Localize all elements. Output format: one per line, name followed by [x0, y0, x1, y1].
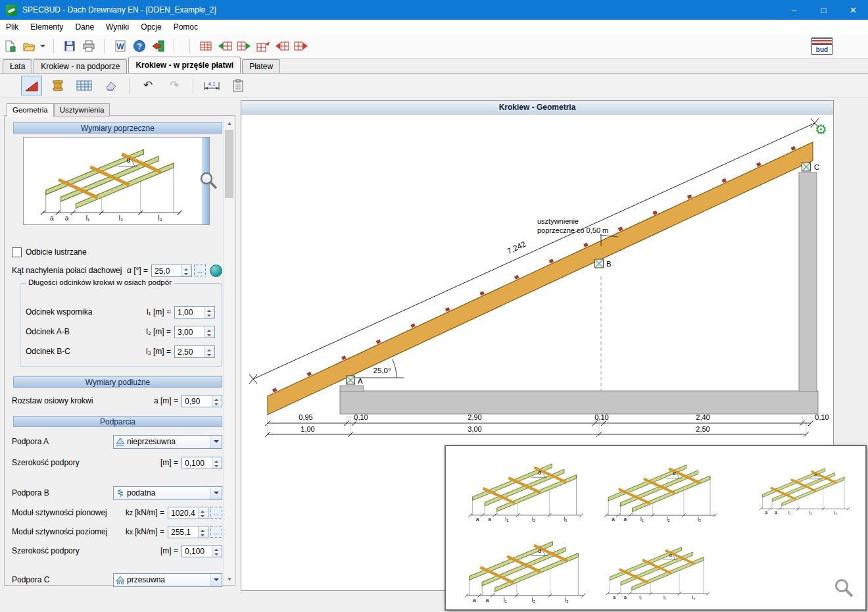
- kz-spinner[interactable]: [198, 507, 208, 519]
- angle-helper-icon[interactable]: [210, 265, 222, 277]
- preview-sketch: [24, 138, 197, 222]
- minimize-button[interactable]: –: [779, 0, 809, 20]
- tool-dimension-button[interactable]: 4,1: [201, 76, 222, 95]
- data-table-button[interactable]: [197, 38, 214, 55]
- support-b-width-input[interactable]: 0,100: [181, 545, 222, 557]
- paste-element-left-button[interactable]: [273, 38, 291, 55]
- variant-thumb-4[interactable]: [460, 530, 589, 604]
- menu-pomoc[interactable]: Pomoc: [168, 20, 204, 34]
- tab-usztywnienia[interactable]: Usztywnienia: [54, 103, 110, 116]
- save-button[interactable]: [60, 38, 78, 55]
- preview-zoom-button[interactable]: ...: [199, 170, 218, 190]
- preview-image[interactable]: ...: [23, 137, 210, 225]
- support-c-row: Podpora C przesuwna: [12, 573, 222, 587]
- kx-more-button[interactable]: ...: [210, 526, 222, 538]
- help-button[interactable]: ?: [130, 38, 148, 55]
- tool-cross-section-button[interactable]: [47, 76, 68, 95]
- application-window: α a a l₁ l₂ l₃ SPECBUD - Dach Drewniany …: [0, 0, 868, 612]
- variant-thumb-3[interactable]: [750, 461, 858, 515]
- support-c-select[interactable]: przesuwna: [113, 573, 222, 587]
- tool-data-keyboard-button[interactable]: [74, 76, 95, 95]
- support-b-width-value: 0,100: [182, 546, 212, 557]
- exit-button[interactable]: [149, 38, 167, 55]
- maximize-button[interactable]: □: [809, 0, 838, 20]
- l2-spinner[interactable]: [205, 326, 214, 338]
- scroll-thumb[interactable]: [225, 130, 233, 198]
- kz-row: Moduł sztywności pionowej kz[kN/m] = 102…: [12, 505, 222, 520]
- variant-thumb-2[interactable]: [596, 455, 723, 523]
- support-a-dropdown-button[interactable]: [210, 436, 222, 448]
- support-c-dropdown-button[interactable]: [210, 574, 222, 586]
- support-fixed-icon: [114, 438, 127, 446]
- wall-slab: [340, 391, 818, 414]
- angle-spinner[interactable]: [181, 265, 191, 276]
- popup-zoom-icon[interactable]: [834, 578, 854, 598]
- kx-spinner[interactable]: [198, 526, 208, 538]
- printer-icon: [82, 39, 95, 53]
- settings-gear-icon[interactable]: ⚙: [815, 122, 827, 137]
- menu-dane[interactable]: Dane: [69, 20, 100, 34]
- variant-thumb-1[interactable]: [462, 454, 589, 523]
- menu-plik[interactable]: Plik: [0, 20, 24, 34]
- variant-thumb-5[interactable]: [596, 538, 718, 600]
- svg-text:?: ?: [137, 41, 142, 51]
- l1-spinner[interactable]: [205, 307, 214, 318]
- menu-wyniki[interactable]: Wyniki: [100, 20, 135, 34]
- support-b-width-label: Szerokość podpory: [12, 546, 160, 555]
- support-a-select[interactable]: nieprzesuwna: [113, 435, 222, 449]
- open-file-button[interactable]: [20, 38, 37, 55]
- new-file-button[interactable]: [1, 38, 18, 55]
- support-a-width-input[interactable]: 0,100: [181, 457, 222, 469]
- menu-opcje[interactable]: Opcje: [135, 20, 167, 34]
- kz-input[interactable]: 1020,4: [168, 507, 208, 519]
- angle-value-label: 25,0°: [374, 367, 391, 374]
- mirror-checkbox[interactable]: [12, 247, 22, 257]
- tab-lata[interactable]: Łata: [3, 59, 32, 73]
- spacing-input[interactable]: 0,90: [181, 395, 222, 407]
- word-document-icon: W: [114, 39, 127, 53]
- scroll-down-button[interactable]: ▼: [224, 574, 235, 585]
- scroll-up-button[interactable]: ▲: [224, 118, 235, 129]
- tab-geometria[interactable]: Geometria: [7, 103, 54, 117]
- support-b-dropdown-button[interactable]: [210, 487, 222, 499]
- undo-button[interactable]: ↶: [137, 76, 158, 95]
- support-b-select[interactable]: podatna: [113, 486, 222, 500]
- support-a-width-spinner[interactable]: [212, 457, 222, 469]
- l3-spinner[interactable]: [205, 346, 214, 357]
- kx-input[interactable]: 255,1: [168, 526, 208, 538]
- tool-report-button[interactable]: [228, 76, 249, 95]
- red-arrow-left-table-icon: [275, 39, 289, 53]
- new-file-icon: [3, 39, 16, 53]
- angle-input[interactable]: 25,0: [151, 265, 192, 277]
- spacing-spinner[interactable]: [212, 395, 222, 407]
- close-button[interactable]: ✕: [838, 0, 868, 20]
- wall-step: [340, 386, 364, 392]
- tab-krokiew-w-przesle-platwi[interactable]: Krokiew - w przęśle płatwi: [128, 57, 241, 73]
- l1-input[interactable]: 1,00: [174, 306, 215, 319]
- green-arrow-table-icon: [237, 39, 251, 53]
- help-icon: ?: [133, 39, 146, 53]
- menu-elementy[interactable]: Elementy: [24, 20, 69, 34]
- support-b-width-spinner[interactable]: [212, 546, 222, 557]
- tool-eraser-button[interactable]: [100, 76, 121, 95]
- spacing-row: Rozstaw osiowy krokwi a [m] = 0,90: [12, 394, 222, 408]
- support-b-value: podatna: [127, 488, 210, 497]
- paste-element-right-button[interactable]: [292, 38, 310, 55]
- kz-value: 1020,4: [168, 507, 198, 519]
- redo-button[interactable]: ↷: [164, 76, 185, 95]
- print-button[interactable]: [80, 38, 97, 55]
- l2-input[interactable]: 3,00: [174, 326, 215, 338]
- transfer-out-element-button[interactable]: [235, 38, 253, 55]
- open-file-dropdown[interactable]: [39, 38, 47, 55]
- copy-element-up-button[interactable]: [254, 38, 272, 55]
- l3-input[interactable]: 2,50: [174, 345, 215, 358]
- angle-more-button[interactable]: ...: [194, 265, 206, 276]
- tab-krokiew-na-podporze[interactable]: Krokiew - na podporze: [34, 59, 127, 73]
- panel-scrollbar[interactable]: ▲ ▼: [224, 118, 235, 585]
- kz-more-button[interactable]: ...: [210, 507, 222, 519]
- transfer-in-element-button[interactable]: [216, 38, 233, 55]
- export-word-button[interactable]: W: [111, 38, 129, 55]
- tab-platew[interactable]: Płatew: [242, 59, 280, 73]
- l2-symbol: l₂ [m] =: [146, 327, 171, 336]
- tool-geometry-button[interactable]: [21, 76, 42, 95]
